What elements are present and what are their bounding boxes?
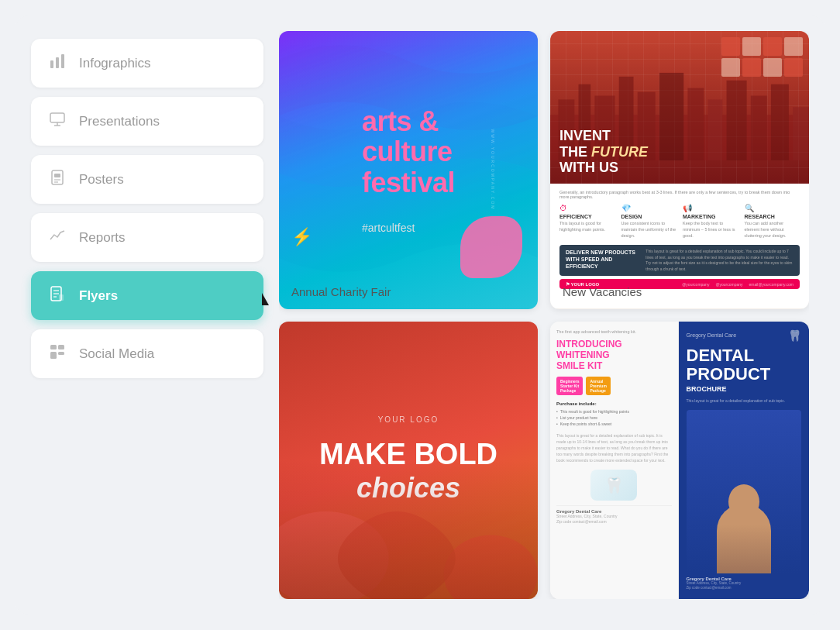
posters-icon xyxy=(48,169,67,190)
svg-rect-15 xyxy=(50,345,57,349)
flyers-icon xyxy=(48,285,67,306)
stat-efficiency-title: EFFICIENCY xyxy=(559,214,615,219)
person-body xyxy=(717,504,771,573)
arts-title: arts &culturefestival xyxy=(362,106,455,198)
sidebar: Infographics Presentations xyxy=(31,31,263,599)
sq8 xyxy=(784,58,803,77)
dental-features: Purchase include: • This result is good … xyxy=(556,401,672,426)
svg-rect-17 xyxy=(50,352,57,359)
svg-rect-32 xyxy=(793,107,809,160)
dental-body: This layout is great for a detailed expl… xyxy=(556,432,672,463)
stat-design: 💎 DESIGN Use consistent icons to maintai… xyxy=(621,204,677,239)
bold-content: YOUR LOGO make bold choices xyxy=(279,322,538,600)
arts-side-text: WWW.YOURCOMPANY.COM xyxy=(490,129,494,211)
research-icon: 🔍 xyxy=(745,204,800,212)
sidebar-label-infographics: Infographics xyxy=(79,56,151,71)
future-city-bg: INVENTTHE FUTUREWITH US xyxy=(550,31,809,184)
future-headline: INVENTTHE FUTUREWITH US xyxy=(559,128,648,176)
dental-right-header: Gregory Dental Care 🦷 xyxy=(687,329,802,342)
sidebar-item-social-media[interactable]: Social Media xyxy=(31,329,263,378)
sidebar-item-reports[interactable]: Reports xyxy=(31,213,263,262)
svg-rect-2 xyxy=(61,54,64,68)
svg-rect-29 xyxy=(727,81,747,161)
stat-research-text: You can add another element here without… xyxy=(745,221,800,239)
dental-header-text: The first app advanced teeth whitening k… xyxy=(556,329,672,334)
dental-tooth-icon: 🦷 xyxy=(788,329,801,342)
arts-hashtag: #artcultfest xyxy=(362,222,455,234)
card-arts-culture[interactable]: arts &culturefestival #artcultfest ⚡ WWW… xyxy=(279,31,538,309)
sidebar-item-flyers[interactable]: Flyers xyxy=(31,271,263,320)
svg-rect-3 xyxy=(50,113,64,122)
card-dental-brochure[interactable]: The first app advanced teeth whitening k… xyxy=(550,322,809,600)
arts-visual: arts &culturefestival #artcultfest ⚡ WWW… xyxy=(279,31,538,309)
svg-rect-1 xyxy=(56,57,59,68)
contact-2: @yourcompany xyxy=(715,282,742,287)
svg-rect-31 xyxy=(771,84,789,161)
bold-gradient xyxy=(279,460,538,599)
dental-right-panel: Gregory Dental Care 🦷 DENTALPRODUCT BROC… xyxy=(679,322,810,600)
dental-footer-left: Gregory Dental Care Street Address, City… xyxy=(556,505,672,525)
design-icon: 💎 xyxy=(621,204,677,212)
future-desc: Generally, an introductory paragraph wor… xyxy=(559,190,800,199)
dental-product-image: 🦷 xyxy=(556,470,672,501)
clinic-address: Street Address, City, State, CountryZip … xyxy=(556,514,672,525)
sidebar-label-flyers: Flyers xyxy=(79,288,118,304)
stat-marketing-title: MARKETING xyxy=(683,214,738,219)
card-future[interactable]: INVENTTHE FUTUREWITH US Generally, an in… xyxy=(550,31,809,309)
sq3 xyxy=(763,37,782,56)
sidebar-item-posters[interactable]: Posters xyxy=(31,155,263,204)
stat-design-title: DESIGN xyxy=(621,214,677,219)
dental-middle-text: This layout is great for a detailed expl… xyxy=(556,432,672,463)
sidebar-item-infographics[interactable]: Infographics xyxy=(31,39,263,88)
svg-rect-26 xyxy=(659,73,683,160)
svg-rect-18 xyxy=(58,352,64,355)
future-top: INVENTTHE FUTUREWITH US xyxy=(550,31,809,184)
content-grid: arts &culturefestival #artcultfest ⚡ WWW… xyxy=(279,31,809,599)
infographics-icon xyxy=(48,53,67,74)
card-future-label: New Vacancies xyxy=(563,285,642,298)
sq4 xyxy=(784,37,803,56)
contact-3: email@yourcompany.com xyxy=(749,282,794,287)
social-media-icon xyxy=(48,343,67,364)
dental-person-placeholder xyxy=(687,410,802,573)
dental-intro-title: INTRODUCINGWHITENINGSMILE KIT xyxy=(556,339,672,372)
deliver-left: DELIVER NEW PRODUCTS WITH SPEED AND EFFI… xyxy=(566,249,639,272)
dental-left-panel: The first app advanced teeth whitening k… xyxy=(550,322,679,600)
sidebar-label-posters: Posters xyxy=(79,172,124,188)
dental-brand-text: Gregory Dental Care xyxy=(687,332,737,338)
svg-rect-14 xyxy=(59,294,64,301)
svg-rect-27 xyxy=(687,88,704,161)
sq6 xyxy=(742,58,761,77)
arts-lightning: ⚡ xyxy=(291,227,312,247)
cursor-icon xyxy=(262,293,269,305)
feature-1: • This result is good for highlighting p… xyxy=(556,409,672,414)
svg-rect-16 xyxy=(58,345,64,349)
sidebar-item-presentations[interactable]: Presentations xyxy=(31,97,263,146)
reports-icon xyxy=(48,227,67,248)
dental-person-area xyxy=(687,410,802,573)
marketing-icon: 📢 xyxy=(683,204,738,212)
svg-rect-0 xyxy=(50,60,53,68)
pkg-annual: AnnualPremiumPackage xyxy=(586,377,610,395)
feature-2: • List your product here xyxy=(556,415,672,420)
sidebar-label-presentations: Presentations xyxy=(79,114,160,129)
svg-rect-7 xyxy=(54,174,60,177)
sq5 xyxy=(721,58,740,77)
stat-research: 🔍 RESEARCH You can add another element h… xyxy=(745,204,800,239)
dental-footer: Gregory Dental Care Street Address, City… xyxy=(687,577,802,592)
features-header: Purchase include: xyxy=(556,401,672,406)
stat-design-text: Use consistent icons to maintain the uni… xyxy=(621,221,677,239)
stat-marketing: 📢 MARKETING Keep the body text to minimu… xyxy=(683,204,738,239)
dental-brochure-subtitle: BROCHURE xyxy=(687,385,802,393)
card-bold-choices[interactable]: YOUR LOGO make bold choices xyxy=(279,322,538,600)
dental-brochure-body: This layout is great for a detailed expl… xyxy=(687,398,802,404)
stat-efficiency: ⏱ EFFICIENCY This layout is good for hig… xyxy=(559,204,615,239)
pkg-beginner: BeginnersStarter KitPackage xyxy=(556,377,583,395)
future-squares xyxy=(715,31,809,83)
dental-brochure-title: DENTALPRODUCT xyxy=(687,346,802,384)
sq7 xyxy=(763,58,782,77)
dental-footer-addr: Street Address, City, State, CountryZip … xyxy=(687,581,802,592)
sq2 xyxy=(742,37,761,56)
arts-text: arts &culturefestival #artcultfest xyxy=(343,91,473,250)
sidebar-label-reports: Reports xyxy=(79,230,126,246)
